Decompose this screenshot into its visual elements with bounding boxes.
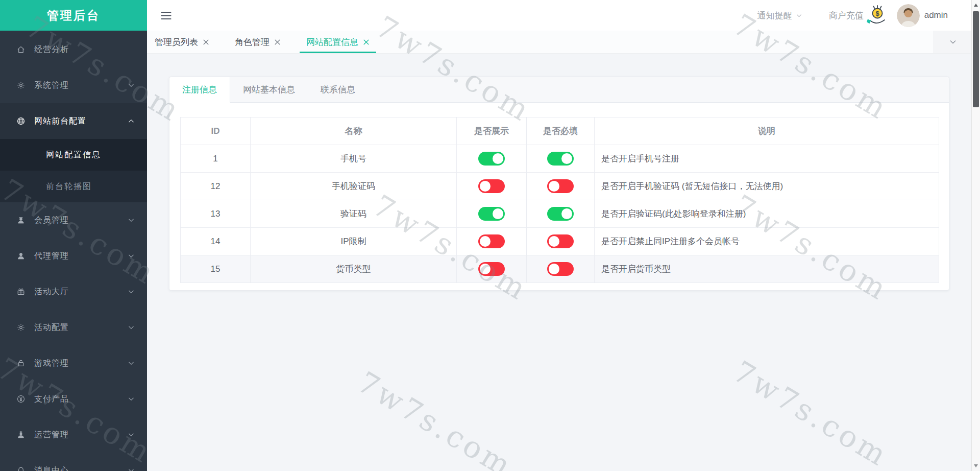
tab-admin-list[interactable]: 管理员列表	[148, 31, 216, 53]
lock-icon	[16, 359, 26, 368]
username-label[interactable]: admin	[924, 10, 948, 20]
sidebar-item-message-center[interactable]: 消息中心	[0, 453, 147, 471]
cell-name: IP限制	[251, 228, 457, 255]
cell-name: 手机号	[251, 145, 457, 173]
display-toggle[interactable]	[478, 179, 505, 193]
scrollbar-thumb[interactable]	[973, 11, 979, 107]
menu-collapse-icon[interactable]	[161, 11, 172, 20]
col-header-display: 是否展示	[457, 117, 527, 145]
col-header-required: 是否必填	[527, 117, 595, 145]
main-content: 注册信息 网站基本信息 联系信息 ID 名称 是否展示 是否必填 说明	[147, 54, 971, 471]
chevron-down-icon	[796, 12, 802, 19]
sidebar-item-label: 消息中心	[34, 465, 69, 471]
display-toggle[interactable]	[478, 207, 505, 221]
sidebar-item-label: 系统管理	[34, 80, 69, 91]
sidebar-item-label: 代理管理	[34, 251, 69, 262]
avatar[interactable]	[897, 4, 920, 27]
sidebar-item-site-config-info[interactable]: 网站配置信息	[0, 139, 147, 171]
cell-description: 是否开启验证码(此处影响登录和注册)	[595, 200, 939, 228]
tab-role-management[interactable]: 角色管理	[228, 31, 287, 53]
cell-id: 13	[181, 200, 251, 228]
page-tabbar: 管理员列表 角色管理 网站配置信息	[147, 31, 971, 54]
required-toggle[interactable]	[547, 234, 574, 248]
sidebar-subitem-label: 网站配置信息	[46, 150, 101, 160]
col-header-description: 说明	[595, 117, 939, 145]
sidebar-item-member-management[interactable]: 会员管理	[0, 202, 147, 238]
required-toggle[interactable]	[547, 179, 574, 193]
sidebar-item-site-frontend-config[interactable]: 网站前台配置	[0, 103, 147, 139]
sidebar-item-business-analysis[interactable]: 经营分析	[0, 32, 147, 67]
chevron-up-icon	[128, 117, 135, 125]
chevron-down-icon	[128, 431, 135, 438]
display-toggle[interactable]	[478, 234, 505, 248]
gift-icon	[16, 287, 26, 296]
sidebar: 管理后台 经营分析 系统管理 网站前台配置 网站配置信息 前台轮播图	[0, 0, 147, 471]
sidebar-item-operation-management[interactable]: 运营管理	[0, 417, 147, 453]
tab-site-basic-info[interactable]: 网站基本信息	[230, 77, 308, 102]
yen-icon	[16, 394, 26, 404]
scrollbar	[971, 0, 980, 471]
required-toggle[interactable]	[547, 152, 574, 166]
cell-description: 是否开启手机号注册	[595, 145, 939, 173]
sidebar-item-activity-hall[interactable]: 活动大厅	[0, 274, 147, 310]
display-toggle[interactable]	[478, 152, 505, 166]
scroll-down-arrow[interactable]	[972, 461, 980, 470]
user-icon	[16, 251, 26, 261]
globe-icon	[16, 116, 26, 126]
required-toggle[interactable]	[547, 262, 574, 276]
home-icon	[16, 45, 26, 54]
close-icon[interactable]	[363, 39, 370, 45]
topbar-right-cluster: 通知提醒 商户充值 $ admin	[757, 4, 971, 27]
tab-site-config[interactable]: 网站配置信息	[300, 31, 376, 53]
table-row: 1 手机号 是否开启手机号注册	[181, 145, 939, 173]
scroll-up-arrow[interactable]	[972, 1, 980, 10]
chevron-down-icon	[128, 217, 135, 224]
table-row: 13 验证码 是否开启验证码(此处影响登录和注册)	[181, 200, 939, 228]
table-header-row: ID 名称 是否展示 是否必填 说明	[181, 117, 939, 145]
sidebar-subitem-label: 前台轮播图	[46, 181, 92, 192]
tabs-dropdown-button[interactable]	[934, 31, 971, 53]
sidebar-item-label: 活动大厅	[34, 287, 69, 297]
chevron-down-icon	[128, 360, 135, 367]
cell-id: 12	[181, 173, 251, 200]
tab-contact-info[interactable]: 联系信息	[308, 77, 368, 102]
member-icon	[16, 216, 26, 225]
chevron-down-icon	[128, 467, 135, 471]
cell-name: 验证码	[251, 200, 457, 228]
cell-name: 手机验证码	[251, 173, 457, 200]
chevron-down-icon	[949, 38, 957, 46]
sidebar-item-label: 活动配置	[34, 322, 69, 333]
card-tabs: 注册信息 网站基本信息 联系信息	[169, 77, 949, 103]
tab-register-info[interactable]: 注册信息	[169, 77, 230, 103]
config-card: 注册信息 网站基本信息 联系信息 ID 名称 是否展示 是否必填 说明	[169, 77, 949, 291]
sidebar-item-activity-config[interactable]: 活动配置	[0, 310, 147, 345]
sidebar-item-frontend-carousel[interactable]: 前台轮播图	[0, 171, 147, 202]
notification-label: 通知提醒	[757, 10, 792, 21]
gear-icon	[16, 81, 26, 90]
sidebar-item-label: 会员管理	[34, 215, 69, 226]
sidebar-item-payment-products[interactable]: 支付产品	[0, 381, 147, 417]
display-toggle[interactable]	[478, 262, 505, 276]
coin-hand-icon[interactable]: $	[867, 5, 888, 26]
sidebar-item-game-management[interactable]: 游戏管理	[0, 345, 147, 381]
notification-dropdown[interactable]: 通知提醒	[757, 10, 802, 21]
table-row: 15 货币类型 是否开启货币类型	[181, 255, 939, 283]
tab-label: 管理员列表	[155, 36, 198, 48]
table-row: 14 IP限制 是否开启禁止同IP注册多个会员帐号	[181, 228, 939, 255]
cell-name: 货币类型	[251, 255, 457, 283]
sidebar-item-agent-management[interactable]: 代理管理	[0, 238, 147, 274]
close-icon[interactable]	[274, 39, 281, 45]
close-icon[interactable]	[203, 39, 209, 45]
sidebar-item-label: 网站前台配置	[34, 116, 86, 127]
required-toggle[interactable]	[547, 207, 574, 221]
chevron-down-icon	[128, 82, 135, 89]
merchant-recharge-label[interactable]: 商户充值	[829, 10, 864, 21]
tab-label: 角色管理	[235, 36, 270, 48]
sidebar-item-system-management[interactable]: 系统管理	[0, 67, 147, 103]
col-header-name: 名称	[251, 117, 457, 145]
cell-description: 是否开启禁止同IP注册多个会员帐号	[595, 228, 939, 255]
chevron-down-icon	[128, 395, 135, 403]
svg-text:$: $	[875, 10, 879, 17]
chevron-down-icon	[128, 324, 135, 331]
sidebar-item-label: 支付产品	[34, 394, 69, 405]
